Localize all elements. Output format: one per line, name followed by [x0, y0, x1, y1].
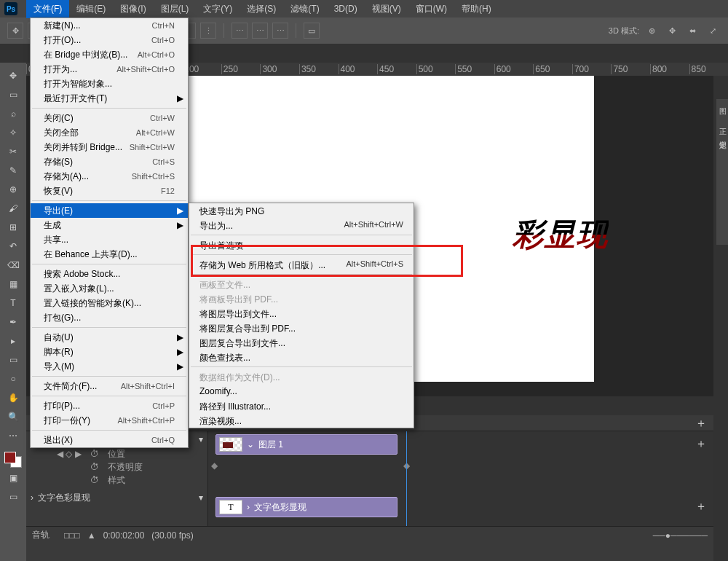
- quick-mask-icon[interactable]: ▣: [4, 469, 22, 487]
- menu-item[interactable]: 窗口(W): [408, 0, 454, 18]
- menu-item[interactable]: 打印(P)...Ctrl+P: [31, 399, 188, 413]
- ellipse-tool[interactable]: ○: [4, 370, 22, 388]
- move-tool-preset-icon[interactable]: ✥: [7, 23, 23, 39]
- menu-item[interactable]: 打开为...Alt+Shift+Ctrl+O: [31, 62, 188, 76]
- color-swatches[interactable]: [4, 452, 22, 468]
- 3d-pan-icon[interactable]: ✥: [664, 23, 680, 39]
- 3d-scale-icon[interactable]: ⤢: [705, 23, 721, 39]
- foreground-color[interactable]: [4, 452, 16, 463]
- brush-tool[interactable]: 🖌: [4, 200, 22, 217]
- type-tool[interactable]: T: [4, 294, 22, 312]
- menu-item[interactable]: 图像(I): [113, 0, 153, 18]
- track-menu-icon[interactable]: ▾: [199, 434, 203, 444]
- menu-item[interactable]: 新建(N)...Ctrl+N: [31, 18, 188, 33]
- hand-tool[interactable]: ✋: [4, 389, 22, 407]
- move-tool[interactable]: ✥: [4, 67, 22, 85]
- stopwatch-icon[interactable]: ⏱: [90, 462, 99, 472]
- healing-tool[interactable]: ⊕: [4, 181, 22, 198]
- path-select-tool[interactable]: ▸: [4, 332, 22, 350]
- menu-item[interactable]: 存储为(A)...Shift+Ctrl+S: [31, 169, 188, 184]
- menu-item[interactable]: 生成▶: [31, 218, 188, 232]
- more-tools[interactable]: ⋯: [4, 427, 22, 444]
- menu-item[interactable]: 恢复(V)F12: [31, 184, 188, 198]
- submenu-item[interactable]: 图层复合导出到文件...: [189, 335, 414, 350]
- menu-item[interactable]: 置入嵌入对象(L)...: [31, 281, 188, 296]
- menu-item[interactable]: 打开(O)...Ctrl+O: [31, 33, 188, 47]
- submenu-item[interactable]: 将图层导出到文件...: [189, 306, 414, 321]
- menu-item[interactable]: 在 Behance 上共享(D)...: [31, 247, 188, 262]
- track-menu-icon[interactable]: ▾: [199, 493, 203, 503]
- submenu-item[interactable]: Zoomify...: [189, 384, 414, 399]
- add-media-button[interactable]: ＋: [693, 436, 709, 452]
- timeline-clip-layer2[interactable]: T › 文字色彩显现: [215, 497, 397, 517]
- menu-item[interactable]: 帮助(H): [454, 0, 499, 18]
- 3d-slide-icon[interactable]: ⬌: [684, 23, 700, 39]
- submenu-item[interactable]: 导出为...Alt+Shift+Ctrl+W: [189, 218, 414, 232]
- stamp-tool[interactable]: ⊞: [4, 219, 22, 236]
- submenu-item[interactable]: 导出首选项: [189, 238, 414, 252]
- menu-item[interactable]: 图层(L): [154, 0, 197, 18]
- track-prop-position[interactable]: ◀ ◇ ▶ ⏱ 位置: [26, 447, 207, 460]
- menu-item[interactable]: 脚本(R)▶: [31, 345, 188, 359]
- menu-item[interactable]: 在 Bridge 中浏览(B)...Alt+Ctrl+O: [31, 47, 188, 62]
- menu-item[interactable]: 退出(X)Ctrl+Q: [31, 433, 188, 447]
- submenu-item[interactable]: 将图层复合导出到 PDF...: [189, 321, 414, 335]
- submenu-item[interactable]: 快速导出为 PNG: [189, 203, 414, 218]
- submenu-item[interactable]: 路径到 Illustrator...: [189, 399, 414, 413]
- menu-item[interactable]: 存储(S)Ctrl+S: [31, 154, 188, 169]
- crop-tool[interactable]: ✂: [4, 143, 22, 160]
- timeline-clip-layer1[interactable]: ⌄ 图层 1: [215, 434, 397, 455]
- pen-tool[interactable]: ✒: [4, 313, 22, 331]
- expand-icon[interactable]: ›: [31, 493, 33, 503]
- panel-tab-lock[interactable]: 锁定: [716, 133, 728, 138]
- menu-item[interactable]: 编辑(E): [69, 0, 113, 18]
- magic-wand-tool[interactable]: ✧: [4, 124, 22, 141]
- panel-tab-layers[interactable]: 图: [716, 99, 728, 105]
- eraser-tool[interactable]: ⌫: [4, 256, 22, 274]
- panel-tab-props[interactable]: 正: [716, 119, 728, 125]
- menu-item[interactable]: 视图(V): [365, 0, 408, 18]
- submenu-item[interactable]: 存储为 Web 所用格式（旧版）...Alt+Shift+Ctrl+S: [189, 257, 414, 272]
- expand-icon[interactable]: ⌄: [247, 439, 254, 450]
- menu-item[interactable]: 导出(E)▶: [31, 203, 188, 218]
- eyedropper-tool[interactable]: ✎: [4, 162, 22, 179]
- menu-item[interactable]: 自动(U)▶: [31, 330, 188, 345]
- keyframe-nav-icon[interactable]: ◀ ◇ ▶: [57, 449, 82, 459]
- menu-item[interactable]: 置入链接的智能对象(K)...: [31, 296, 188, 310]
- submenu-item[interactable]: 颜色查找表...: [189, 350, 414, 364]
- menu-item[interactable]: 搜索 Adobe Stock...: [31, 267, 188, 281]
- playhead[interactable]: [406, 431, 407, 526]
- zoom-slider[interactable]: ──●──────: [653, 530, 708, 541]
- stopwatch-icon[interactable]: ⏱: [90, 449, 99, 459]
- frames-toggle[interactable]: □□□: [64, 530, 80, 541]
- menu-item[interactable]: 选择(S): [240, 0, 283, 18]
- zoom-tool[interactable]: 🔍: [4, 408, 22, 425]
- add-media-button[interactable]: ＋: [693, 498, 709, 514]
- track-prop-opacity[interactable]: ◀ ◇ ▶ ⏱ 不透明度: [26, 460, 207, 474]
- gradient-tool[interactable]: ▦: [4, 275, 22, 293]
- menu-item[interactable]: 打印一份(Y)Alt+Shift+Ctrl+P: [31, 413, 188, 428]
- distribute-icon[interactable]: ⋯: [252, 23, 268, 39]
- track-prop-style[interactable]: ◀ ◇ ▶ ⏱ 样式: [26, 474, 207, 487]
- menu-item[interactable]: 导入(M)▶: [31, 359, 188, 374]
- 3d-orbit-icon[interactable]: ⊕: [644, 23, 660, 39]
- menu-item[interactable]: 打包(G)...: [31, 310, 188, 325]
- distribute-icon[interactable]: ⋯: [272, 23, 288, 39]
- menu-item[interactable]: 打开为智能对象...: [31, 76, 188, 91]
- shape-tool[interactable]: ▭: [4, 351, 22, 369]
- menu-item[interactable]: 文件简介(F)...Alt+Shift+Ctrl+I: [31, 379, 188, 393]
- submenu-item[interactable]: 渲染视频...: [189, 413, 414, 428]
- expand-icon[interactable]: ›: [247, 502, 250, 512]
- stopwatch-icon[interactable]: ⏱: [90, 475, 99, 485]
- track-row-layer2[interactable]: › 文字色彩显现 ▾: [26, 490, 207, 506]
- menu-item[interactable]: 关闭全部Alt+Ctrl+W: [31, 125, 188, 140]
- audio-track-label[interactable]: 音轨: [32, 529, 50, 541]
- menu-item[interactable]: 滤镜(T): [283, 0, 326, 18]
- timeline-tracks-area[interactable]: ⌄ 图层 1 ◆ ◆ T › 文字色彩显现 ＋ ＋: [208, 431, 713, 526]
- zoom-out-icon[interactable]: ▲: [87, 530, 96, 541]
- lasso-tool[interactable]: ⌕: [4, 105, 22, 122]
- marquee-tool[interactable]: ▭: [4, 86, 22, 103]
- history-brush-tool[interactable]: ↶: [4, 238, 22, 255]
- overlap-icon[interactable]: ▭: [304, 23, 320, 39]
- menu-item[interactable]: 最近打开文件(T)▶: [31, 91, 188, 106]
